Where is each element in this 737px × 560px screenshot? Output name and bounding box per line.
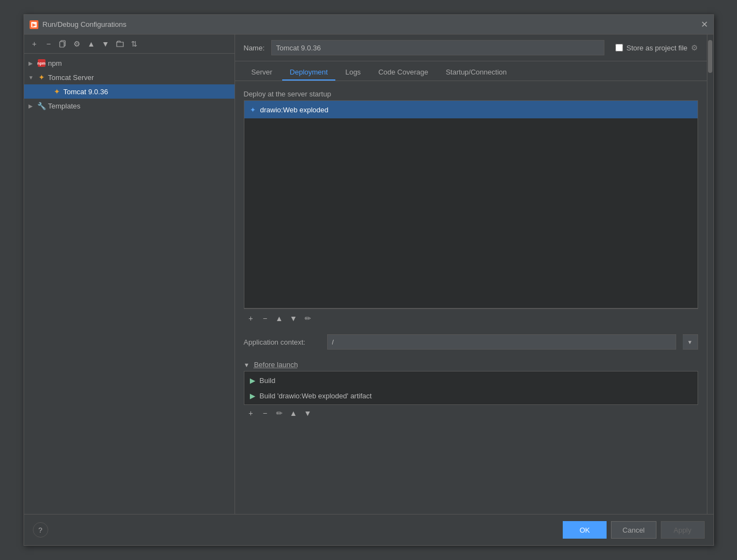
title-bar: ▶ Run/Debug Configurations ✕: [24, 15, 713, 35]
store-gear-icon: ⚙: [691, 43, 698, 52]
npm-icon: npm: [37, 59, 46, 67]
tomcat-child-icon: ✦: [53, 87, 61, 96]
deploy-add-button[interactable]: +: [245, 312, 257, 324]
deploy-edit-button[interactable]: ✏: [302, 312, 314, 324]
help-button[interactable]: ?: [33, 522, 48, 538]
close-button[interactable]: ✕: [701, 20, 708, 29]
tree-item-templates[interactable]: ▶ 🔧 Templates: [24, 99, 235, 113]
build-icon-1: ▶: [250, 392, 255, 400]
deploy-section: Deploy at the server startup ✦ drawio:We…: [244, 90, 698, 328]
tab-content-deployment: Deploy at the server startup ✦ drawio:We…: [235, 81, 707, 514]
deploy-up-button[interactable]: ▲: [273, 312, 285, 324]
folder-button[interactable]: [114, 38, 126, 50]
svg-text:▶: ▶: [32, 22, 36, 27]
before-launch-label: Before launch: [254, 361, 298, 369]
left-panel: + − ⚙ ▲ ▼ ⇅: [24, 35, 235, 514]
add-config-button[interactable]: +: [28, 38, 41, 50]
ok-button[interactable]: OK: [563, 521, 607, 539]
app-context-dropdown-button[interactable]: ▼: [683, 334, 698, 350]
tab-code-coverage[interactable]: Code Coverage: [370, 65, 436, 81]
move-down-button[interactable]: ▼: [100, 38, 112, 50]
before-launch-up-button[interactable]: ▲: [288, 407, 300, 419]
tree-label-npm: npm: [48, 59, 62, 67]
app-context-input[interactable]: [327, 334, 676, 350]
config-tree[interactable]: ▶ npm npm ▼ ✦ Tomcat Server ✦ Tomcat 9.0…: [24, 54, 235, 514]
deploy-item-0[interactable]: ✦ drawio:Web exploded: [244, 101, 698, 118]
deploy-down-button[interactable]: ▼: [288, 312, 300, 324]
before-launch-item-1[interactable]: ▶ Build 'drawio:Web exploded' artifact: [244, 388, 698, 403]
deploy-item-label-0: drawio:Web exploded: [260, 106, 329, 114]
tree-item-tomcat-server[interactable]: ▼ ✦ Tomcat Server: [24, 70, 235, 84]
before-launch-section: ▼ Before launch ▶ Build ▶ Build 'drawio:…: [244, 356, 698, 421]
apply-button[interactable]: Apply: [661, 521, 705, 539]
copy-config-button[interactable]: [57, 38, 69, 50]
before-launch-add-button[interactable]: +: [245, 407, 257, 419]
store-label: Store as project file: [626, 44, 687, 52]
app-icon: ▶: [30, 20, 38, 29]
before-launch-list: ▶ Build ▶ Build 'drawio:Web exploded' ar…: [244, 371, 698, 405]
tree-label-tomcat-server: Tomcat Server: [48, 73, 94, 82]
before-launch-toolbar: + − ✏ ▲ ▼: [244, 405, 698, 421]
deploy-item-icon-0: ✦: [250, 106, 256, 114]
app-context-row: Application context: ▼: [244, 334, 698, 350]
before-launch-remove-button[interactable]: −: [259, 407, 271, 419]
run-debug-dialog: ▶ Run/Debug Configurations ✕ + − ⚙ ▲ ▼: [24, 14, 714, 546]
cancel-button[interactable]: Cancel: [611, 521, 656, 539]
before-launch-arrow: ▼: [244, 362, 250, 368]
build-icon-0: ▶: [250, 376, 255, 385]
tab-server[interactable]: Server: [244, 65, 280, 81]
tomcat-server-icon: ✦: [37, 73, 46, 82]
before-launch-edit-button[interactable]: ✏: [273, 407, 285, 419]
scroll-thumb: [708, 40, 712, 73]
copy-icon: [59, 40, 67, 48]
tab-deployment[interactable]: Deployment: [282, 65, 335, 81]
deploy-remove-button[interactable]: −: [259, 312, 271, 324]
vertical-scrollbar[interactable]: [707, 35, 713, 514]
before-launch-header: ▼ Before launch: [244, 356, 698, 371]
tree-arrow-templates: ▶: [28, 103, 37, 109]
name-row: Name: Store as project file ⚙: [235, 35, 707, 61]
app-context-label: Application context:: [244, 338, 321, 346]
sort-button[interactable]: ⇅: [128, 38, 140, 50]
dialog-title: Run/Debug Configurations: [43, 20, 127, 28]
remove-config-button[interactable]: −: [43, 38, 55, 50]
templates-icon: 🔧: [37, 101, 46, 110]
tabs-bar: Server Deployment Logs Code Coverage Sta…: [235, 61, 707, 81]
tree-label-templates: Templates: [48, 102, 81, 110]
folder-icon: [116, 40, 124, 48]
name-input[interactable]: [271, 40, 604, 55]
store-project-container: Store as project file ⚙: [615, 43, 698, 52]
main-content: + − ⚙ ▲ ▼ ⇅: [24, 35, 713, 514]
right-panel: Name: Store as project file ⚙ Server Dep…: [235, 35, 707, 514]
deploy-list[interactable]: ✦ drawio:Web exploded: [244, 100, 698, 308]
tree-arrow-tomcat: ▼: [28, 75, 37, 81]
tree-label-tomcat-9036: Tomcat 9.0.36: [64, 88, 108, 96]
before-launch-down-button[interactable]: ▼: [302, 407, 314, 419]
bottom-bar: ? OK Cancel Apply: [24, 514, 713, 545]
tab-startup[interactable]: Startup/Connection: [438, 65, 514, 81]
tab-logs[interactable]: Logs: [338, 65, 368, 81]
name-label: Name:: [244, 44, 265, 52]
before-launch-item-0[interactable]: ▶ Build: [244, 373, 698, 388]
deploy-section-label: Deploy at the server startup: [244, 90, 698, 98]
store-checkbox[interactable]: [615, 44, 623, 52]
left-toolbar: + − ⚙ ▲ ▼ ⇅: [24, 35, 235, 54]
tree-item-npm[interactable]: ▶ npm npm: [24, 56, 235, 70]
settings-config-button[interactable]: ⚙: [71, 38, 83, 50]
tree-item-tomcat-9036[interactable]: ✦ Tomcat 9.0.36: [24, 84, 235, 99]
deploy-toolbar: + − ▲ ▼ ✏: [244, 308, 698, 328]
move-up-button[interactable]: ▲: [85, 38, 98, 50]
before-launch-label-1: Build 'drawio:Web exploded' artifact: [260, 392, 372, 400]
before-launch-label-0: Build: [260, 376, 276, 385]
title-bar-left: ▶ Run/Debug Configurations: [30, 20, 127, 29]
tree-arrow-npm: ▶: [28, 60, 37, 66]
svg-rect-4: [60, 42, 64, 47]
